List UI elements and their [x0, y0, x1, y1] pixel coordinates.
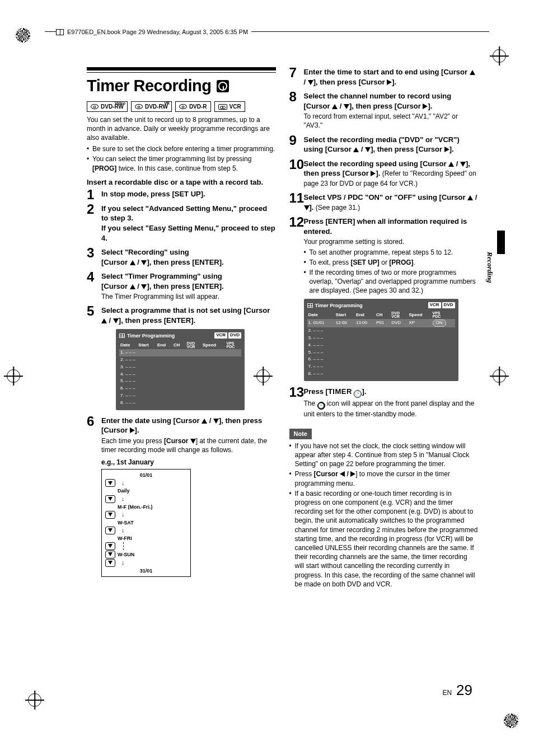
- list-item: 7. – – –: [307, 363, 455, 370]
- dvd-badge: DVD: [228, 332, 241, 339]
- note-bullet: If you have not set the clock, the clock…: [289, 442, 479, 469]
- timer-indicator-icon: 🕐: [317, 402, 325, 410]
- doc-header: E9770ED_EN.book Page 29 Wednesday, Augus…: [56, 28, 251, 36]
- down-button-icon: [105, 495, 115, 503]
- step-13: 13 Press [TIMER 🕐]. The 🕐 icon will appe…: [289, 387, 479, 419]
- list-item: 6. – – –: [119, 385, 241, 392]
- cursor-down-icon: [365, 147, 371, 152]
- step-2: 2 If you select "Advanced Setting Menu,"…: [87, 204, 276, 243]
- cursor-up-icon: [332, 104, 338, 109]
- cursor-right-icon: [350, 471, 355, 477]
- note-label: Note: [289, 429, 312, 439]
- list-item: 3. – – –: [307, 335, 455, 342]
- section-tab: Recording: [485, 252, 495, 283]
- step-9: 9 Select the recording media ("DVD" or "…: [289, 135, 479, 154]
- page-footer: EN 29: [442, 680, 472, 700]
- table-row: 1. 01/01 12:00 13:00 P01 DVD XP ON: [307, 319, 455, 327]
- step-12-bullet: To set another programme, repeat steps 5…: [304, 248, 479, 257]
- format-dvd-r: DVD-R: [175, 101, 211, 112]
- down-button-icon: [105, 479, 115, 487]
- list-item: 6. – – –: [307, 356, 455, 363]
- list-item: 8. – – –: [119, 400, 241, 407]
- list-item: 4. – – –: [119, 371, 241, 378]
- step-4: 4 Select "Timer Programming" using [Curs…: [87, 271, 276, 301]
- grid-icon: [307, 303, 313, 308]
- cursor-down-icon: [141, 284, 147, 289]
- cursor-down-icon: [213, 419, 219, 424]
- registration-radial: [16, 28, 30, 43]
- down-button-icon: [105, 527, 115, 534]
- step-3: 3 Select "Recording" using [Cursor / ], …: [87, 247, 276, 267]
- step-12: 12 Press [ENTER] when all information re…: [289, 217, 479, 381]
- cursor-up-icon: [130, 284, 135, 289]
- note-bullet: Press [Cursor / ] to move the cursor in …: [289, 469, 479, 487]
- intro-bullet: You can select the timer programming lis…: [87, 154, 276, 172]
- registration-mark: [493, 49, 506, 63]
- dvd-badge: DVD: [442, 302, 455, 308]
- down-button-icon: [105, 559, 115, 567]
- cursor-up-icon: [448, 162, 454, 167]
- cursor-down-icon: [141, 260, 147, 265]
- step-5: 5 Select a programme that is not set usi…: [87, 306, 276, 410]
- step-6: 6 Enter the date using [Cursor / ], then…: [87, 416, 276, 577]
- step-8: 8 Select the channel number to record us…: [289, 91, 479, 130]
- book-icon: [56, 29, 64, 35]
- timer-icon: [217, 80, 229, 92]
- right-column: 7 Enter the time to start and to end usi…: [289, 67, 479, 689]
- cursor-down-icon: [460, 162, 466, 167]
- cursor-down-icon: [304, 205, 310, 210]
- list-item: 3. – – –: [119, 364, 241, 371]
- cursor-down-icon: [190, 439, 196, 444]
- registration-radial: [504, 713, 518, 728]
- down-button-icon: [105, 542, 115, 550]
- disc-icon: [179, 104, 187, 109]
- page-number: 29: [456, 680, 472, 700]
- cursor-up-icon: [130, 260, 135, 265]
- list-item: 5. – – –: [119, 378, 241, 385]
- format-badges: DVD-RW Video DVD-RW VR DVD-R VCR: [87, 101, 276, 112]
- format-dvd-rw-vr: DVD-RW VR: [131, 101, 172, 112]
- cursor-right-icon: [130, 428, 135, 433]
- format-dvd-rw-video: DVD-RW Video: [87, 101, 128, 112]
- disc-icon: [135, 104, 143, 109]
- registration-mark: [493, 369, 506, 383]
- page-title: Timer Recording: [87, 75, 276, 97]
- lead-instruction: Insert a recordable disc or a tape with …: [87, 177, 276, 187]
- cursor-right-icon: [387, 79, 392, 85]
- osd-timer-list-empty: Timer Programming VCR DVD Date Start End…: [116, 329, 245, 410]
- cursor-up-icon: [101, 318, 107, 323]
- cursor-up-icon: [467, 195, 473, 200]
- list-item: 7. – – –: [119, 392, 241, 400]
- grid-icon: [119, 334, 125, 338]
- list-item: 8. – – –: [307, 370, 455, 378]
- list-item: 2. – – –: [119, 356, 241, 364]
- cursor-down-icon: [344, 104, 349, 109]
- intro-bullet: Be sure to set the clock before entering…: [87, 144, 276, 153]
- step-7: 7 Enter the time to start and to end usi…: [289, 67, 479, 87]
- osd-timer-list-filled: Timer Programming VCR DVD Date Start End…: [304, 299, 458, 381]
- date-mode-flowchart: 01/01 ↓ Daily ↓ M-F (Mon.-Fri.) ↓ W-SAT …: [101, 469, 191, 577]
- list-item: 5. – – –: [307, 349, 455, 356]
- title-rule: [87, 67, 276, 73]
- left-column: Timer Recording DVD-RW Video DVD-RW VR D…: [87, 67, 276, 689]
- down-button-icon: [105, 511, 115, 519]
- cursor-right-icon: [444, 147, 449, 152]
- tape-icon: [218, 104, 227, 110]
- step-1: 1 In stop mode, press [SET UP].: [87, 189, 276, 199]
- vcr-badge: VCR: [214, 332, 227, 339]
- example-label: e.g., 1st January: [101, 458, 276, 467]
- intro-paragraph: You can set the unit to record up to 8 p…: [87, 115, 276, 143]
- step-12-bullet: To exit, press [SET UP] or [PROG].: [304, 258, 479, 267]
- down-button-icon: [105, 551, 115, 558]
- step-10: 10 Select the recording speed using [Cur…: [289, 159, 479, 189]
- list-item: 2. – – –: [307, 327, 455, 335]
- cursor-down-icon: [308, 80, 313, 85]
- registration-mark: [7, 369, 20, 383]
- cursor-up-icon: [470, 70, 475, 75]
- step-12-bullet: If the recording times of two or more pr…: [304, 268, 479, 295]
- cursor-up-icon: [353, 147, 359, 152]
- step-11: 11 Select VPS / PDC "ON" or "OFF" using …: [289, 192, 479, 212]
- format-vcr: VCR: [214, 101, 245, 112]
- note-bullet: If a basic recording or one-touch timer …: [289, 489, 479, 589]
- list-item: 4. – – –: [307, 342, 455, 349]
